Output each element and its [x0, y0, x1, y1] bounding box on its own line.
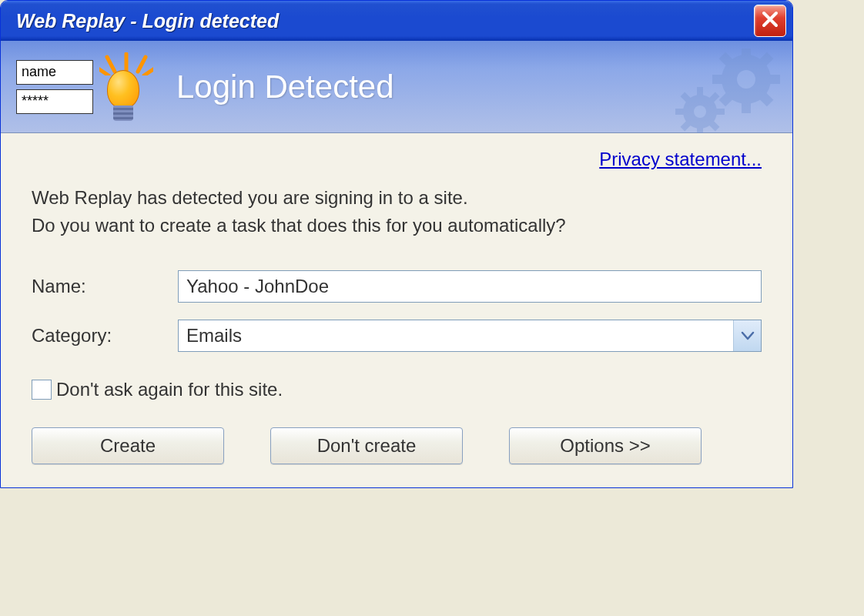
svg-line-1: [107, 57, 115, 72]
close-icon: [762, 10, 779, 32]
privacy-statement-link[interactable]: Privacy statement...: [599, 149, 762, 169]
svg-rect-16: [697, 87, 703, 96]
banner-illustration: name *****: [16, 49, 153, 126]
mini-name-field: name: [16, 60, 93, 85]
options-button[interactable]: Options >>: [509, 427, 702, 464]
button-row: Create Don't create Options >>: [32, 427, 762, 464]
message-text: Web Replay has detected you are signing …: [32, 184, 762, 239]
message-line2: Do you want to create a task that does t…: [32, 212, 762, 239]
name-label: Name:: [32, 276, 178, 297]
window-title: Web Replay - Login detected: [16, 10, 279, 32]
create-button[interactable]: Create: [32, 427, 224, 464]
dont-ask-checkbox[interactable]: [32, 380, 52, 400]
titlebar[interactable]: Web Replay - Login detected: [1, 1, 792, 41]
gears-icon: [669, 49, 785, 136]
lightbulb-icon: [92, 49, 153, 126]
svg-rect-8: [712, 75, 723, 84]
mini-password-field: *****: [16, 89, 93, 114]
svg-rect-19: [715, 109, 725, 115]
svg-line-3: [99, 69, 109, 75]
category-value: Emails: [179, 322, 249, 350]
dialog-window: Web Replay - Login detected name *****: [0, 0, 793, 488]
message-line1: Web Replay has detected you are signing …: [32, 184, 762, 212]
svg-rect-6: [742, 49, 751, 56]
privacy-link-row: Privacy statement...: [32, 149, 762, 170]
svg-line-2: [138, 57, 146, 72]
banner: name ***** Login Detected: [1, 41, 792, 133]
svg-point-24: [694, 105, 706, 118]
dont-ask-row: Don't ask again for this site.: [32, 379, 762, 400]
name-input[interactable]: [178, 270, 762, 303]
content-area: Privacy statement... Web Replay has dete…: [1, 133, 792, 487]
close-button[interactable]: [754, 5, 786, 37]
svg-rect-7: [742, 102, 751, 113]
svg-rect-9: [769, 75, 780, 84]
svg-rect-18: [675, 109, 685, 115]
svg-point-14: [737, 70, 755, 89]
name-row: Name:: [32, 270, 762, 303]
chevron-down-icon: [733, 320, 761, 351]
dont-ask-label[interactable]: Don't ask again for this site.: [56, 379, 283, 400]
category-row: Category: Emails: [32, 320, 762, 352]
svg-rect-17: [697, 127, 703, 133]
svg-line-4: [144, 69, 153, 75]
banner-title: Login Detected: [176, 69, 394, 105]
dont-create-button[interactable]: Don't create: [270, 427, 463, 464]
category-select[interactable]: Emails: [178, 320, 762, 352]
category-label: Category:: [32, 325, 178, 346]
